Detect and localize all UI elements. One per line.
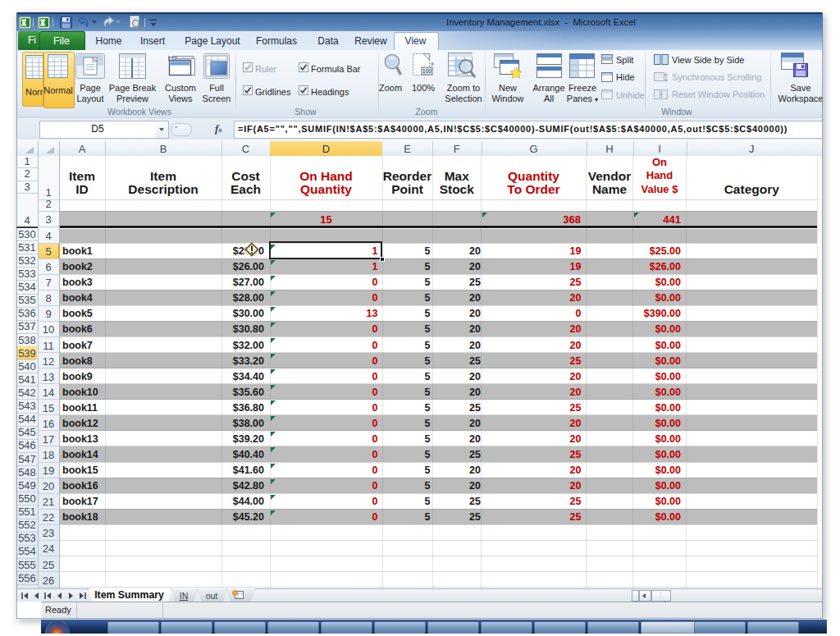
svg-text:100: 100 [422,68,431,74]
